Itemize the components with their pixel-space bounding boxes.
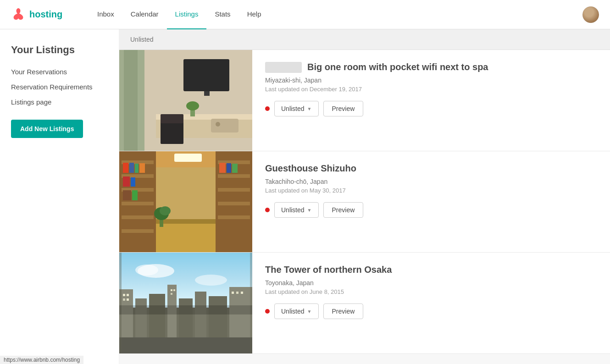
nav-inbox[interactable]: Inbox — [89, 0, 122, 29]
svg-rect-74 — [119, 253, 122, 353]
preview-button-2[interactable]: Preview — [323, 202, 364, 218]
status-dot-2 — [265, 208, 270, 212]
listing-title-1: Big one room with pocket wifi next to sp… — [307, 61, 488, 73]
svg-rect-66 — [127, 298, 129, 301]
listing-updated-2: Last updated on May 30, 2017 — [265, 187, 597, 194]
listing-card: Big one room with pocket wifi next to sp… — [119, 50, 610, 151]
svg-rect-2 — [124, 50, 138, 151]
svg-rect-20 — [122, 215, 154, 219]
dropdown-label-1: Unlisted — [281, 105, 305, 112]
header: hosting Inbox Calendar Listings Stats He… — [0, 0, 610, 29]
svg-rect-21 — [122, 229, 154, 233]
listing-location-1: Miyazaki-shi, Japan — [265, 77, 597, 84]
listing-location-2: Takachiho-chō, Japan — [265, 178, 597, 185]
svg-point-52 — [135, 265, 158, 276]
listing-title-row-3: The Tower of northern Osaka — [265, 264, 597, 276]
chevron-down-icon: ▼ — [307, 106, 312, 111]
url-bar: https://www.airbnb.com/hosting — [0, 356, 83, 364]
url-text: https://www.airbnb.com/hosting — [4, 357, 80, 363]
logo-link[interactable]: hosting — [11, 7, 80, 22]
listing-info-3: The Tower of northern Osaka Toyonaka, Ja… — [252, 253, 610, 353]
section-header: Unlisted — [119, 29, 610, 50]
listing-actions-3: Unlisted ▼ Preview — [265, 303, 597, 319]
svg-rect-11 — [161, 114, 183, 123]
sidebar-title: Your Listings — [11, 44, 108, 56]
status-dot-1 — [265, 106, 270, 111]
svg-rect-42 — [218, 202, 250, 205]
svg-rect-4 — [183, 59, 229, 91]
svg-rect-41 — [218, 188, 250, 192]
svg-rect-28 — [123, 190, 131, 200]
svg-rect-71 — [236, 292, 238, 294]
svg-rect-45 — [227, 163, 231, 173]
listing-status-dropdown-3[interactable]: Unlisted ▼ — [274, 303, 319, 319]
svg-rect-31 — [174, 154, 202, 162]
listing-info-1: Big one room with pocket wifi next to sp… — [252, 50, 610, 151]
header-right — [582, 6, 599, 23]
svg-rect-76 — [119, 305, 252, 314]
listing-title-row-2: Guesthouse Shizuho — [265, 162, 597, 174]
listing-image-1 — [119, 50, 252, 151]
svg-rect-44 — [219, 163, 226, 173]
dropdown-label-2: Unlisted — [281, 206, 305, 214]
sidebar-link-requirements[interactable]: Reservation Requirements — [11, 80, 108, 94]
status-dot-3 — [265, 309, 270, 314]
svg-rect-69 — [171, 293, 172, 295]
main-nav: Inbox Calendar Listings Stats Help — [80, 0, 582, 29]
svg-rect-25 — [139, 163, 145, 173]
section-header-label: Unlisted — [130, 36, 154, 43]
svg-point-53 — [195, 275, 227, 286]
main-content: Unlisted — [119, 29, 610, 364]
svg-rect-19 — [122, 202, 154, 205]
listing-status-dropdown-1[interactable]: Unlisted ▼ — [274, 101, 319, 116]
svg-rect-5 — [204, 91, 210, 96]
listing-title-row-1: Big one room with pocket wifi next to sp… — [265, 61, 597, 73]
svg-rect-64 — [127, 294, 129, 296]
svg-rect-67 — [171, 289, 172, 291]
svg-rect-22 — [123, 163, 128, 173]
svg-rect-8 — [211, 119, 238, 132]
listing-card: The Tower of northern Osaka Toyonaka, Ja… — [119, 253, 610, 354]
nav-calendar[interactable]: Calendar — [122, 0, 167, 29]
svg-rect-73 — [119, 337, 252, 353]
listing-info-2: Guesthouse Shizuho Takachiho-chō, Japan … — [252, 151, 610, 252]
svg-point-9 — [216, 122, 220, 127]
svg-rect-65 — [123, 298, 125, 301]
svg-point-49 — [160, 206, 171, 215]
preview-button-1[interactable]: Preview — [323, 101, 364, 116]
listing-status-dropdown-2[interactable]: Unlisted ▼ — [274, 202, 319, 218]
chevron-down-icon: ▼ — [307, 309, 312, 314]
svg-rect-72 — [241, 292, 243, 294]
svg-rect-70 — [232, 292, 234, 294]
chevron-down-icon: ▼ — [307, 208, 312, 213]
sidebar-link-reservations[interactable]: Your Reservations — [11, 65, 108, 78]
listing-location-3: Toyonaka, Japan — [265, 279, 597, 287]
svg-point-13 — [186, 101, 199, 110]
page-layout: Your Listings Your Reservations Reservat… — [0, 29, 610, 364]
svg-rect-75 — [250, 253, 252, 353]
svg-rect-23 — [129, 163, 134, 173]
svg-rect-10 — [161, 121, 183, 144]
logo-text: hosting — [29, 9, 62, 20]
svg-rect-63 — [123, 294, 125, 296]
svg-rect-27 — [131, 177, 135, 187]
nav-help[interactable]: Help — [239, 0, 270, 29]
listing-updated-3: Last updated on June 8, 2015 — [265, 288, 597, 295]
svg-rect-26 — [123, 176, 130, 187]
preview-button-3[interactable]: Preview — [323, 303, 364, 319]
add-new-listings-button[interactable]: Add New Listings — [11, 120, 83, 138]
svg-rect-29 — [132, 190, 138, 200]
dropdown-label-3: Unlisted — [281, 308, 305, 315]
sidebar-link-listings-page[interactable]: Listings page — [11, 95, 108, 109]
listing-image-2 — [119, 151, 252, 252]
listing-title-2: Guesthouse Shizuho — [265, 162, 356, 174]
svg-rect-43 — [218, 215, 250, 219]
listing-actions-1: Unlisted ▼ Preview — [265, 101, 597, 116]
svg-rect-68 — [173, 289, 175, 291]
nav-listings[interactable]: Listings — [167, 0, 207, 29]
avatar[interactable] — [582, 6, 599, 23]
svg-rect-24 — [135, 164, 139, 173]
nav-stats[interactable]: Stats — [206, 0, 238, 29]
listing-card: Guesthouse Shizuho Takachiho-chō, Japan … — [119, 151, 610, 253]
listing-image-3 — [119, 253, 252, 353]
